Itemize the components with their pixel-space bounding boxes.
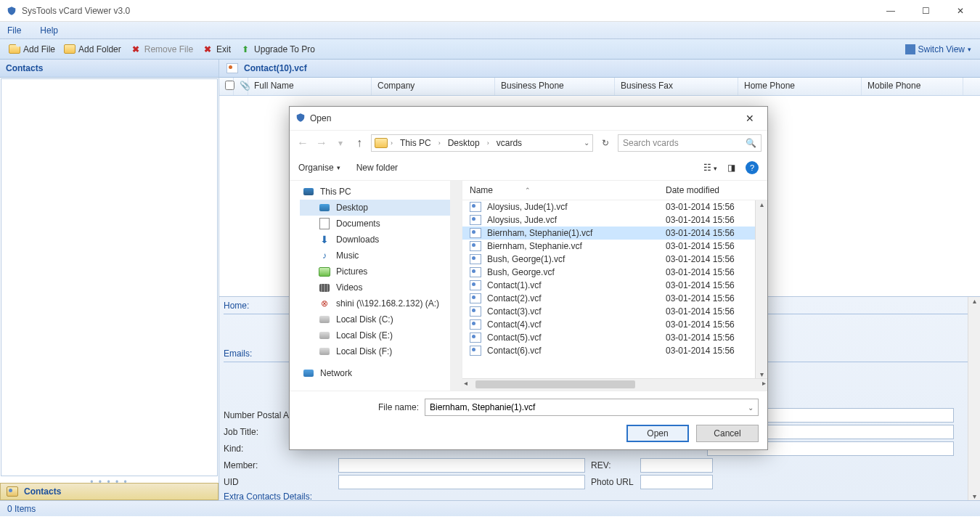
col-mobile-phone[interactable]: Mobile Phone [862,78,963,95]
search-input[interactable]: Search vcards 🔍 [618,134,761,152]
col-home-phone[interactable]: Home Phone [738,78,862,95]
refresh-button[interactable]: ↻ [597,138,613,148]
crumb-vcards[interactable]: vcards [492,138,526,148]
attachment-column[interactable]: 📎 [234,78,248,95]
add-file-button[interactable]: Add File [4,44,60,55]
upgrade-button[interactable]: ⬆Upgrade To Pro [235,44,319,55]
input-photourl[interactable] [640,475,713,489]
close-button[interactable]: ✕ [950,6,971,16]
add-folder-button[interactable]: Add Folder [60,44,126,55]
folder-tree[interactable]: This PC Desktop Documents ⬇Downloads ♪Mu… [290,181,462,391]
disk-icon [319,330,330,341]
file-row[interactable]: Contact(1).vcf03-01-2014 15:56 [462,279,767,292]
cancel-button[interactable]: Cancel [696,425,759,442]
file-name: Contact(5).vcf [487,333,660,343]
file-row[interactable]: Biernham, Stephanie.vcf03-01-2014 15:56 [462,240,767,253]
tree-network[interactable]: Network [300,365,462,381]
tree-thispc[interactable]: This PC [300,184,462,200]
organise-menu[interactable]: Organise ▾ [298,163,340,173]
nav-forward-button[interactable]: → [314,136,329,150]
file-date: 03-01-2014 15:56 [666,228,760,238]
col-business-phone[interactable]: Business Phone [495,78,615,95]
file-date: 03-01-2014 15:56 [666,319,760,330]
file-row[interactable]: Contact(6).vcf03-01-2014 15:56 [462,344,767,357]
minimize-button[interactable]: — [880,6,902,16]
address-dropdown-icon[interactable]: ⌄ [584,139,589,147]
input-rev[interactable] [640,458,713,473]
menu-file[interactable]: File [7,25,21,36]
remove-file-button[interactable]: ✖Remove File [126,44,197,55]
dialog-title: Open [310,113,738,123]
filename-combo[interactable]: Biernham, Stephanie(1).vcf⌄ [425,399,759,416]
filename-label: File name: [378,402,419,412]
maximize-button[interactable]: ☐ [915,6,936,16]
file-name: Contact(3).vcf [487,306,660,317]
vcf-icon [470,319,481,330]
file-row[interactable]: Bush, George(1).vcf03-01-2014 15:56 [462,253,767,266]
col-fullname[interactable]: Full Name [248,78,372,95]
new-folder-button[interactable]: New folder [356,163,398,173]
tree-disk-f[interactable]: Local Disk (F:) [300,343,462,359]
chevron-right-icon: › [438,139,441,147]
splitter-handle[interactable]: • • • • • [0,477,219,483]
tree-documents[interactable]: Documents [300,216,462,232]
dialog-close-button[interactable]: ✕ [738,113,761,124]
file-row[interactable]: Contact(5).vcf03-01-2014 15:56 [462,331,767,344]
tree-disk-e[interactable]: Local Disk (E:) [300,327,462,343]
checkbox-column[interactable] [219,78,234,95]
dialog-title-bar: Open ✕ [290,107,767,130]
input-member[interactable] [338,458,585,473]
file-row[interactable]: Biernham, Stephanie(1).vcf03-01-2014 15:… [462,227,767,240]
contacts-nav-button[interactable]: Contacts [0,483,219,500]
contacts-tree[interactable] [1,78,218,476]
tree-pictures[interactable]: Pictures [300,264,462,280]
file-row[interactable]: Contact(3).vcf03-01-2014 15:56 [462,305,767,318]
file-row[interactable]: Contact(2).vcf03-01-2014 15:56 [462,292,767,305]
menu-help[interactable]: Help [40,25,58,36]
col-date[interactable]: Date modified [666,185,760,195]
file-list-hscrollbar[interactable] [462,378,767,391]
dialog-app-icon [295,113,306,125]
details-scrollbar[interactable] [968,297,980,500]
exit-icon: ✖ [202,44,213,55]
file-list[interactable]: Aloysius, Jude(1).vcf03-01-2014 15:56Alo… [462,200,767,378]
file-list-scrollbar[interactable] [755,200,767,378]
file-name: Contact(6).vcf [487,346,660,356]
tree-music[interactable]: ♪Music [300,248,462,264]
preview-pane-button[interactable]: ◨ [727,163,735,173]
file-row[interactable]: Aloysius, Jude(1).vcf03-01-2014 15:56 [462,200,767,213]
file-row[interactable]: Bush, George.vcf03-01-2014 15:56 [462,266,767,279]
file-date: 03-01-2014 15:56 [666,306,760,317]
input-uid[interactable] [338,475,585,489]
address-bar[interactable]: › This PC › Desktop › vcards ⌄ [371,134,593,152]
vcf-icon [470,215,481,225]
file-name: Biernham, Stephanie.vcf [487,241,660,251]
label-member: Member: [224,460,332,470]
tree-desktop[interactable]: Desktop [300,200,462,216]
crumb-desktop[interactable]: Desktop [444,138,484,148]
file-date: 03-01-2014 15:56 [666,241,760,251]
col-business-fax[interactable]: Business Fax [615,78,738,95]
desktop-icon [319,202,330,213]
file-row[interactable]: Aloysius, Jude.vcf03-01-2014 15:56 [462,213,767,227]
switch-view-button[interactable]: Switch View▾ [901,44,976,54]
file-list-header: Name⌃ Date modified [462,181,767,200]
file-row[interactable]: Contact(4).vcf03-01-2014 15:56 [462,318,767,331]
tree-downloads[interactable]: ⬇Downloads [300,232,462,248]
nav-back-button[interactable]: ← [295,136,310,150]
chevron-down-icon: ▾ [337,164,340,171]
nav-up-button[interactable]: ↑ [352,136,367,150]
help-icon[interactable]: ? [746,161,759,174]
view-mode-button[interactable]: ☷ ▾ [703,163,717,173]
crumb-thispc[interactable]: This PC [396,138,436,148]
col-company[interactable]: Company [372,78,495,95]
contact-card-icon [7,486,18,497]
tree-network-drive[interactable]: ⊗shini (\\192.168.2.132) (A:) [300,295,462,311]
tree-videos[interactable]: Videos [300,280,462,295]
col-name[interactable]: Name [470,185,493,195]
vcf-icon [470,267,481,277]
nav-recent-button[interactable]: ▾ [333,138,348,148]
open-button[interactable]: Open [626,425,689,442]
exit-button[interactable]: ✖Exit [197,44,235,55]
tree-disk-c[interactable]: Local Disk (C:) [300,311,462,327]
